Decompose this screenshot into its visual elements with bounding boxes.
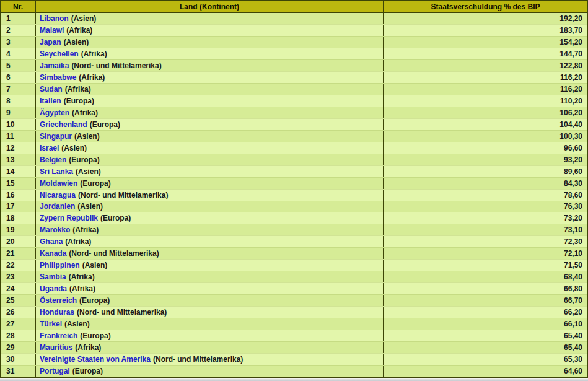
continent-label: (Asien) [82, 261, 108, 269]
row-number: 7 [1, 84, 35, 95]
country-cell: Jamaika (Nord- und Mittelamerika) [35, 60, 383, 71]
country-link[interactable]: Vereinigte Staaten von Amerika [40, 355, 151, 364]
row-number: 29 [1, 342, 35, 353]
debt-value: 66,80 [383, 283, 587, 294]
table-row: 18 Zypern Republik (Europa) 73,20 [1, 212, 587, 224]
country-link[interactable]: Italien [40, 97, 61, 105]
country-link[interactable]: Kanada [40, 249, 66, 258]
continent-label: (Asien) [77, 202, 103, 211]
debt-value: 66,10 [383, 318, 587, 330]
country-cell: Moldawien (Europa) [35, 178, 383, 189]
table-row: 9 Ägypten (Afrika) 106,20 [1, 107, 587, 118]
country-cell: Israel (Asien) [35, 142, 383, 154]
table-row: 25 Österreich (Europa) 66,70 [1, 294, 587, 306]
debt-value: 106,20 [383, 107, 587, 118]
country-cell: Zypern Republik (Europa) [35, 212, 383, 224]
table-row: 30 Vereinigte Staaten von Amerika (Nord-… [1, 353, 587, 365]
country-link[interactable]: Simbabwe [40, 73, 76, 82]
country-link[interactable]: Malawi [40, 26, 64, 35]
country-cell: Japan (Asien) [35, 37, 383, 48]
country-cell: Sudan (Afrika) [35, 84, 383, 95]
country-link[interactable]: Mauritius [40, 343, 72, 352]
country-link[interactable]: Griechenland [40, 120, 87, 129]
country-cell: Vereinigte Staaten von Amerika (Nord- un… [35, 354, 383, 365]
country-cell: Uganda (Afrika) [35, 283, 383, 294]
country-link[interactable]: Singapur [40, 132, 72, 141]
continent-label: (Europa) [72, 367, 103, 375]
row-number: 8 [1, 95, 35, 107]
country-cell: Seychellen (Afrika) [35, 48, 383, 59]
country-link[interactable]: Libanon [40, 14, 69, 23]
debt-value: 116,20 [383, 84, 587, 95]
country-link[interactable]: Zypern Republik [40, 214, 98, 222]
country-link[interactable]: Nicaragua [40, 191, 76, 199]
debt-value: 65,40 [383, 330, 587, 341]
country-link[interactable]: Ghana [40, 237, 63, 246]
country-cell: Mauritius (Afrika) [35, 342, 383, 353]
country-cell: Italien (Europa) [35, 95, 383, 107]
row-number: 25 [1, 295, 35, 306]
country-link[interactable]: Portugal [40, 367, 70, 375]
country-link[interactable]: Jordanien [40, 202, 75, 211]
row-number: 4 [1, 48, 35, 59]
country-link[interactable]: Sudan [40, 85, 63, 94]
row-number: 12 [1, 142, 35, 154]
country-link[interactable]: Sambia [40, 273, 66, 281]
continent-label: (Afrika) [75, 343, 101, 352]
country-link[interactable]: Ägypten [40, 108, 69, 117]
country-link[interactable]: Sri Lanka [40, 167, 73, 176]
row-number: 5 [1, 60, 35, 71]
continent-label: (Europa) [64, 97, 94, 105]
country-cell: Türkei (Asien) [35, 318, 383, 330]
country-cell: Honduras (Nord- und Mittelamerika) [35, 307, 383, 318]
continent-label: (Asien) [61, 144, 87, 152]
table-row: 6 Simbabwe (Afrika) 116,20 [1, 71, 587, 83]
table-row: 19 Marokko (Afrika) 73,10 [1, 224, 587, 235]
row-number: 1 [1, 13, 35, 24]
table-row: 7 Sudan (Afrika) 116,20 [1, 83, 587, 95]
country-link[interactable]: Belgien [40, 155, 66, 164]
table-row: 24 Uganda (Afrika) 66,80 [1, 282, 587, 294]
table-row: 11 Singapur (Asien) 100,30 [1, 130, 587, 142]
country-link[interactable]: Uganda [40, 284, 67, 293]
country-link[interactable]: Philippinen [40, 261, 80, 269]
table-row: 20 Ghana (Afrika) 72,30 [1, 235, 587, 247]
debt-value: 192,20 [383, 13, 587, 24]
country-link[interactable]: Marokko [40, 226, 70, 234]
country-link[interactable]: Japan [40, 38, 61, 46]
country-cell: Jordanien (Asien) [35, 201, 383, 212]
continent-label: (Afrika) [65, 85, 91, 94]
country-link[interactable]: Seychellen [40, 50, 79, 58]
row-number: 30 [1, 354, 35, 365]
header-value: Staatsverschuldung % des BIP [383, 1, 587, 12]
country-link[interactable]: Jamaika [40, 61, 69, 70]
table-header-row: Nr. Land (Kontinent) Staatsverschuldung … [1, 1, 587, 13]
continent-label: (Asien) [64, 38, 89, 46]
debt-value: 104,40 [383, 119, 587, 130]
table-row: 27 Türkei (Asien) 66,10 [1, 318, 587, 330]
table-row: 26 Honduras (Nord- und Mittelamerika) 66… [1, 306, 587, 318]
row-number: 14 [1, 166, 35, 177]
table-row: 22 Philippinen (Asien) 71,50 [1, 259, 587, 271]
row-number: 6 [1, 72, 35, 83]
country-link[interactable]: Frankreich [40, 331, 77, 340]
table-row: 14 Sri Lanka (Asien) 89,60 [1, 165, 587, 177]
continent-label: (Afrika) [72, 226, 99, 234]
country-cell: Belgien (Europa) [35, 154, 383, 165]
table-body: 1 Libanon (Asien) 192,20 2 Malawi (Afrik… [1, 13, 587, 377]
country-link[interactable]: Moldawien [40, 179, 77, 188]
debt-table: Nr. Land (Kontinent) Staatsverschuldung … [0, 0, 588, 378]
country-link[interactable]: Israel [40, 144, 59, 152]
country-cell: Nicaragua (Nord- und Mittelamerika) [35, 190, 383, 201]
country-link[interactable]: Österreich [40, 296, 77, 305]
country-cell: Kanada (Nord- und Mittelamerika) [35, 248, 383, 259]
debt-value: 100,30 [383, 131, 587, 142]
country-link[interactable]: Honduras [40, 308, 74, 317]
country-link[interactable]: Türkei [40, 320, 62, 328]
continent-label: (Europa) [90, 120, 120, 129]
continent-label: (Nord- und Mittelamerika) [78, 191, 168, 199]
debt-value: 64,60 [383, 366, 587, 377]
table-row: 5 Jamaika (Nord- und Mittelamerika) 122,… [1, 59, 587, 71]
continent-label: (Afrika) [65, 237, 91, 246]
debt-value: 154,20 [383, 37, 587, 48]
